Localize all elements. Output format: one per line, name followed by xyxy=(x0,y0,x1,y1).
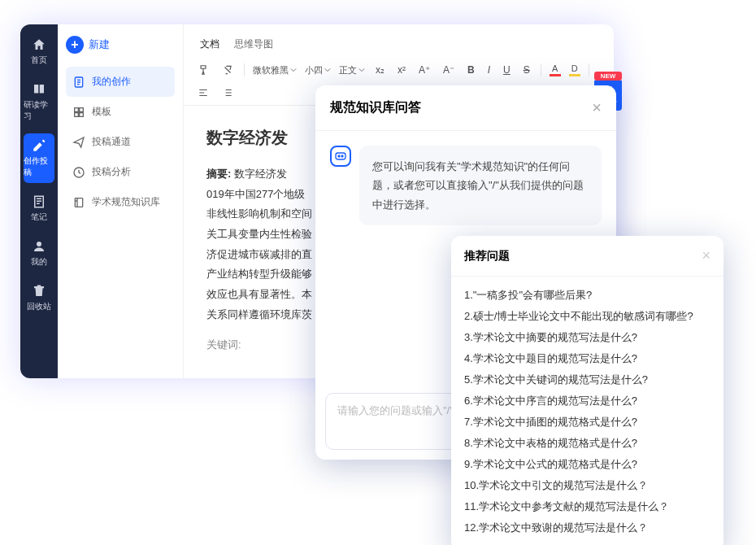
bold-button[interactable]: B xyxy=(465,63,477,77)
nav-study[interactable]: 研读学习 xyxy=(24,77,54,127)
qa-message: 您可以询问我有关"学术规范知识"的任何问题，或者您可以直接输入"/"从我们提供的… xyxy=(359,146,602,225)
sidebar-label: 学术规范知识库 xyxy=(92,195,160,209)
trash-icon xyxy=(32,284,46,299)
nav-label: 首页 xyxy=(31,54,47,66)
italic-button[interactable]: I xyxy=(485,63,493,77)
doc-tabs: 文档 思维导图 xyxy=(184,24,614,58)
suggest-item[interactable]: 6.学术论文中序言的规范写法是什么? xyxy=(464,390,710,412)
chevron-down-icon xyxy=(324,67,331,73)
plus-icon: + xyxy=(66,36,84,54)
suggest-header: 推荐问题 × xyxy=(451,236,723,277)
nav-write[interactable]: 创作投稿 xyxy=(24,133,54,183)
suggest-item[interactable]: 2.硕士/博士毕业论文中不能出现的敏感词有哪些? xyxy=(464,306,710,327)
suggest-list: 1."一稿多投"会有哪些后果? 2.硕士/博士毕业论文中不能出现的敏感词有哪些?… xyxy=(451,277,723,545)
bg-color-button[interactable]: D xyxy=(569,63,580,76)
nav-notes[interactable]: 笔记 xyxy=(24,190,54,228)
suggest-item[interactable]: 7.学术论文中插图的规范格式是什么? xyxy=(464,412,710,433)
suggest-item[interactable]: 11.学术论文中参考文献的规范写法是什么？ xyxy=(464,496,710,517)
superscript-button[interactable]: x² xyxy=(395,63,408,77)
color-swatch xyxy=(569,74,580,76)
font-increase-button[interactable]: A⁺ xyxy=(416,63,432,77)
chevron-down-icon xyxy=(290,67,297,73)
user-icon xyxy=(32,239,46,254)
separator xyxy=(541,63,541,76)
svg-rect-2 xyxy=(75,107,79,111)
font-color-button[interactable]: A xyxy=(550,63,561,76)
subscript-button[interactable]: x₂ xyxy=(373,63,387,77)
bot-icon xyxy=(330,146,351,167)
underline-button[interactable]: U xyxy=(501,63,513,77)
send-icon xyxy=(72,136,85,149)
nav-label: 创作投稿 xyxy=(24,155,54,178)
close-icon[interactable]: × xyxy=(702,247,710,264)
sidebar-label: 模板 xyxy=(92,105,111,119)
nav-label: 研读学习 xyxy=(24,99,54,122)
svg-point-0 xyxy=(37,242,41,246)
strike-button[interactable]: S xyxy=(521,63,532,77)
clear-format-icon[interactable] xyxy=(219,63,236,77)
home-icon xyxy=(32,37,46,52)
align-icon[interactable] xyxy=(195,85,211,100)
suggest-item[interactable]: 9.学术论文中公式的规范格式是什么? xyxy=(464,454,710,475)
template-icon xyxy=(72,106,85,119)
svg-point-10 xyxy=(341,155,343,157)
svg-rect-4 xyxy=(75,112,79,116)
svg-rect-8 xyxy=(336,153,345,159)
suggest-item[interactable]: 12.学术论文中致谢的规范写法是什么？ xyxy=(464,517,710,538)
library-icon xyxy=(72,196,85,209)
edit-icon xyxy=(32,138,46,153)
doc-icon xyxy=(72,76,85,89)
separator xyxy=(244,63,245,76)
suggest-panel: 推荐问题 × 1."一稿多投"会有哪些后果? 2.硕士/博士毕业论文中不能出现的… xyxy=(451,236,723,545)
suggest-item[interactable]: 5.学术论文中关键词的规范写法是什么? xyxy=(464,369,710,390)
sidebar-item-submit[interactable]: 投稿通道 xyxy=(66,127,175,157)
nav-trash[interactable]: 回收站 xyxy=(24,279,54,317)
suggest-item[interactable]: 10.学术论文中引文的规范写法是什么？ xyxy=(464,475,710,496)
note-icon xyxy=(32,194,46,209)
suggest-item[interactable]: 4.学术论文中题目的规范写法是什么? xyxy=(464,348,710,369)
suggest-title: 推荐问题 xyxy=(464,249,510,264)
nav-label: 笔记 xyxy=(31,211,47,223)
sidebar-item-analysis[interactable]: 投稿分析 xyxy=(66,157,175,187)
sidebar-item-myworks[interactable]: 我的创作 xyxy=(66,67,175,97)
svg-rect-5 xyxy=(80,112,84,116)
size-select[interactable]: 小四 xyxy=(305,64,331,76)
new-label: 新建 xyxy=(89,37,110,52)
sidebar-item-template[interactable]: 模板 xyxy=(66,97,175,127)
color-swatch xyxy=(550,74,561,76)
book-icon xyxy=(32,82,46,97)
svg-point-9 xyxy=(338,155,340,157)
tab-mindmap[interactable]: 思维导图 xyxy=(234,37,273,51)
nav-mine[interactable]: 我的 xyxy=(24,234,54,272)
nav-label: 我的 xyxy=(31,256,47,268)
svg-rect-3 xyxy=(80,107,84,111)
font-select[interactable]: 微软雅黑 xyxy=(253,64,297,76)
clock-icon xyxy=(72,166,85,179)
left-nav: 首页 研读学习 创作投稿 笔记 我的 回收站 xyxy=(20,24,58,378)
sidebar: +新建 我的创作 模板 投稿通道 投稿分析 学术规范知识库 xyxy=(58,24,184,378)
font-decrease-button[interactable]: A⁻ xyxy=(441,63,457,77)
svg-rect-7 xyxy=(75,198,82,207)
nav-home[interactable]: 首页 xyxy=(24,33,54,71)
chevron-down-icon xyxy=(358,67,365,73)
qa-title: 规范知识库问答 xyxy=(330,99,421,116)
nav-label: 回收站 xyxy=(27,301,51,312)
sidebar-item-knowledge[interactable]: 学术规范知识库 xyxy=(66,187,175,217)
suggest-item[interactable]: 3.学术论文中摘要的规范写法是什么? xyxy=(464,327,710,348)
sidebar-label: 我的创作 xyxy=(92,75,131,89)
new-tag: NEW xyxy=(594,72,622,81)
close-icon[interactable]: × xyxy=(592,98,602,117)
separator xyxy=(589,63,589,76)
sidebar-label: 投稿分析 xyxy=(92,165,131,179)
qa-header: 规范知识库问答 × xyxy=(315,85,616,131)
new-button[interactable]: +新建 xyxy=(66,36,175,54)
tab-document[interactable]: 文档 xyxy=(200,37,219,51)
list-icon[interactable] xyxy=(219,85,236,100)
style-select[interactable]: 正文 xyxy=(339,64,365,76)
format-paint-icon[interactable] xyxy=(195,63,211,77)
suggest-item[interactable]: 1."一稿多投"会有哪些后果? xyxy=(464,285,710,306)
suggest-item[interactable]: 8.学术论文中表格的规范格式是什么? xyxy=(464,433,710,454)
sidebar-label: 投稿通道 xyxy=(92,135,131,149)
